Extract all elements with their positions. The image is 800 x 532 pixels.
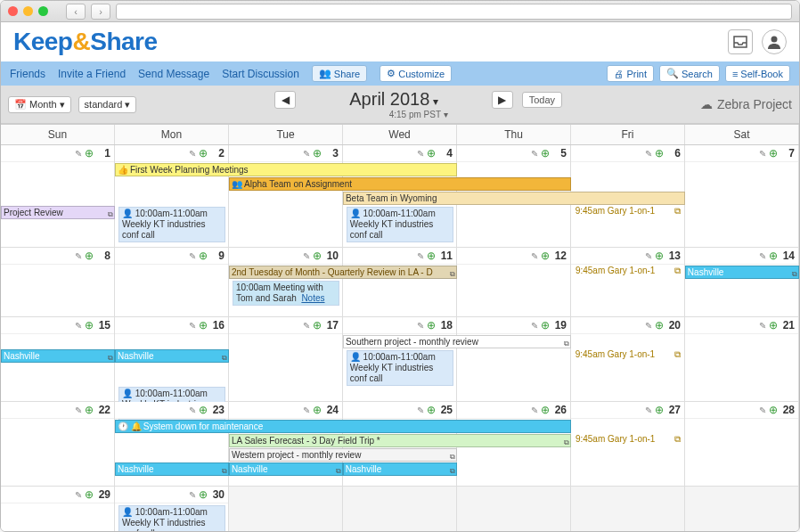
edit-icon[interactable]: ✎	[417, 149, 424, 159]
day-cell-empty	[343, 487, 457, 531]
day-cell[interactable]: ✎⊕13	[571, 248, 685, 316]
add-icon[interactable]: ⊕	[769, 147, 778, 160]
next-month-button[interactable]: ▶	[492, 91, 513, 109]
day-cell[interactable]: ✎⊕30	[115, 487, 229, 531]
day-cell[interactable]: ✎⊕18	[343, 317, 457, 401]
toolbar: 📅 Month ▾ standard ▾ ◀ April 2018 ▾ ▶ To…	[1, 86, 799, 124]
menu-startdisc[interactable]: Start Discussion	[222, 68, 299, 80]
title-bar: ‹ ›	[1, 1, 799, 22]
day-cell-empty	[685, 487, 799, 531]
day-cell[interactable]: ✎⊕21	[685, 317, 799, 401]
event-western[interactable]: Western project - monthly review⧉	[229, 448, 457, 462]
calendar-grid: Sun Mon Tue Wed Thu Fri Sat ✎⊕1 ✎⊕2 ✎⊕3 …	[1, 124, 799, 531]
prev-month-button[interactable]: ◀	[274, 91, 296, 109]
day-cell[interactable]: ✎⊕12	[457, 248, 571, 316]
svg-point-0	[771, 37, 778, 43]
day-headers: Sun Mon Tue Wed Thu Fri Sat	[1, 125, 799, 145]
event-quarterly[interactable]: 2nd Tuesday of Month - Quarterly Review …	[229, 266, 457, 279]
day-cell[interactable]: ✎⊕1	[1, 145, 115, 247]
add-icon[interactable]: ⊕	[85, 147, 94, 160]
print-button[interactable]: 🖨 Print	[607, 65, 654, 82]
traffic-light-min[interactable]	[23, 6, 33, 16]
event-southern[interactable]: Southern project - monthly review⧉	[343, 335, 571, 348]
day-cell[interactable]: ✎⊕22	[1, 402, 115, 486]
day-cell[interactable]: ✎⊕20	[571, 317, 685, 401]
project-name[interactable]: ☁ Zebra Project	[700, 97, 792, 111]
day-cell[interactable]: ✎⊕19	[457, 317, 571, 401]
browser-window: ‹ › Keep&Share Friends Invite a Friend S…	[0, 0, 800, 532]
dayhead-sun: Sun	[1, 125, 115, 144]
dayhead-wed: Wed	[343, 125, 457, 144]
event-la-sales[interactable]: LA Sales Forecast - 3 Day Field Trip *⧉	[229, 434, 571, 447]
dayhead-fri: Fri	[571, 125, 685, 144]
search-button[interactable]: 🔍 Search	[659, 65, 720, 82]
event-nashville[interactable]: Nashville⧉	[229, 462, 343, 476]
add-icon[interactable]: ⊕	[199, 147, 208, 160]
day-cell[interactable]: ✎⊕10	[229, 248, 343, 316]
dayhead-thu: Thu	[457, 125, 571, 144]
logo: Keep&Share	[13, 28, 158, 56]
event-sys-down[interactable]: 🕐 🔔 System down for maintenance	[115, 420, 571, 433]
event-beta[interactable]: Beta Team in Wyoming	[343, 192, 685, 205]
popup-icon[interactable]: ⧉	[108, 208, 113, 219]
customize-button[interactable]: ⚙ Customize	[380, 65, 452, 82]
day-cell[interactable]: ✎⊕17	[229, 317, 343, 401]
address-bar[interactable]	[116, 4, 792, 20]
day-cell[interactable]: ✎⊕2	[115, 145, 229, 247]
share-button[interactable]: 👥 Share	[312, 65, 367, 82]
edit-icon[interactable]: ✎	[303, 149, 310, 159]
day-cell-empty	[457, 487, 571, 531]
event-nashville[interactable]: Nashville⧉	[343, 462, 457, 476]
traffic-light-max[interactable]	[38, 6, 48, 16]
dayhead-mon: Mon	[115, 125, 229, 144]
add-icon[interactable]: ⊕	[655, 147, 664, 160]
header: Keep&Share	[1, 22, 799, 61]
event-nashville[interactable]: Nashville⧉	[115, 349, 229, 363]
day-cell[interactable]: ✎⊕28	[685, 402, 799, 486]
current-time-label: 4:15 pm PST ▾	[389, 110, 448, 119]
selfbook-button[interactable]: ≡ Self-Book	[725, 65, 790, 82]
day-cell[interactable]: ✎⊕9	[115, 248, 229, 316]
menu-bar: Friends Invite a Friend Send Message Sta…	[1, 61, 799, 86]
view-standard-dropdown[interactable]: standard ▾	[78, 96, 137, 113]
avatar-icon[interactable]	[762, 29, 787, 54]
month-title[interactable]: April 2018 ▾	[349, 89, 437, 110]
event-alpha[interactable]: 👥 Alpha Team on Assignment	[229, 177, 571, 191]
event-nashville[interactable]: Nashville⧉	[1, 349, 115, 363]
add-icon[interactable]: ⊕	[313, 147, 322, 160]
menu-friends[interactable]: Friends	[10, 68, 45, 80]
dayhead-tue: Tue	[229, 125, 343, 144]
day-cell[interactable]: ✎⊕7	[685, 145, 799, 247]
event-project-review[interactable]: Project Review⧉	[1, 206, 115, 219]
day-cell[interactable]: ✎⊕8	[1, 248, 115, 316]
view-month-dropdown[interactable]: 📅 Month ▾	[8, 96, 71, 113]
menu-invite[interactable]: Invite a Friend	[58, 68, 126, 80]
day-cell[interactable]: ✎⊕29	[1, 487, 115, 531]
edit-icon[interactable]: ✎	[531, 149, 538, 159]
day-cell[interactable]: ✎⊕11	[343, 248, 457, 316]
event-nashville[interactable]: Nashville⧉	[115, 462, 229, 476]
day-cell[interactable]: ✎⊕27	[571, 402, 685, 486]
edit-icon[interactable]: ✎	[189, 149, 196, 159]
event-nashville[interactable]: Nashville⧉	[685, 266, 799, 279]
day-cell-empty	[571, 487, 685, 531]
day-cell[interactable]: ✎⊕3	[229, 145, 343, 247]
menu-sendmsg[interactable]: Send Message	[138, 68, 209, 80]
nav-back-button[interactable]: ‹	[66, 4, 86, 20]
inbox-icon[interactable]	[728, 29, 753, 54]
today-button[interactable]: Today	[522, 92, 562, 108]
day-cell-empty	[229, 487, 343, 531]
nav-forward-button[interactable]: ›	[91, 4, 110, 20]
edit-icon[interactable]: ✎	[759, 149, 766, 159]
add-icon[interactable]: ⊕	[541, 147, 550, 160]
traffic-light-close[interactable]	[8, 6, 18, 16]
add-icon[interactable]: ⊕	[427, 147, 436, 160]
edit-icon[interactable]: ✎	[645, 149, 652, 159]
dayhead-sat: Sat	[685, 125, 799, 144]
day-cell[interactable]: ✎⊕14	[685, 248, 799, 316]
edit-icon[interactable]: ✎	[75, 149, 82, 159]
event-first-week[interactable]: 👍 First Week Planning Meetings	[115, 163, 457, 176]
